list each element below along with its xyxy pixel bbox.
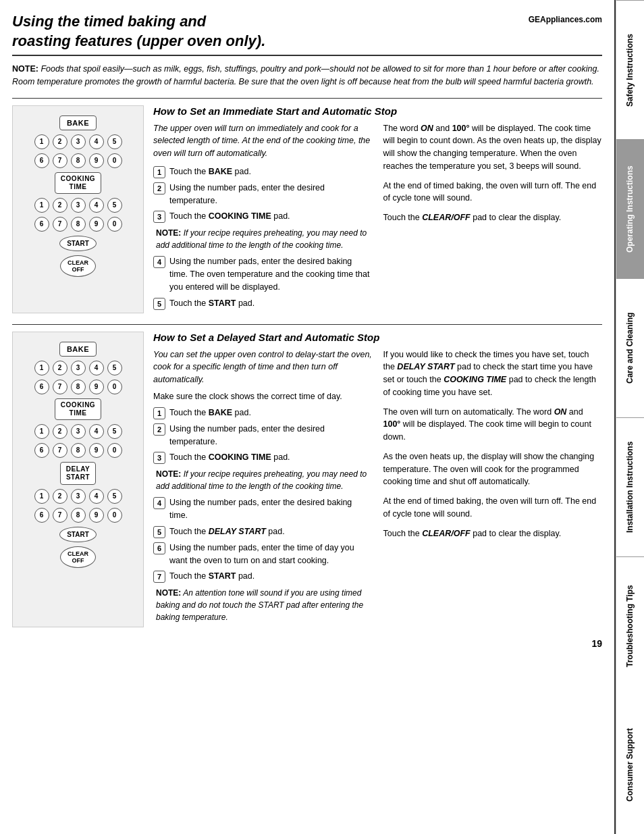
num-9b[interactable]: 9 [89, 217, 104, 232]
num-4d[interactable]: 4 [89, 424, 104, 439]
section2-intro: You can set the upper oven control to de… [153, 348, 373, 386]
right-text-2-3: As the oven heats up, the display will s… [383, 450, 603, 488]
num-0[interactable]: 0 [107, 153, 122, 168]
make-sure-text: Make sure the clock shows the correct ti… [153, 392, 373, 401]
num-5d[interactable]: 5 [107, 424, 122, 439]
note-text: Foods that spoil easily—such as milk, eg… [12, 64, 599, 86]
num-9[interactable]: 9 [89, 153, 104, 168]
num-3e[interactable]: 3 [71, 489, 86, 504]
num-7c[interactable]: 7 [53, 380, 68, 394]
num-4b[interactable]: 4 [89, 198, 104, 213]
num-9c[interactable]: 9 [89, 380, 104, 394]
step-text-2-6: Using the number pads, enter the time of… [169, 542, 373, 567]
num-2b[interactable]: 2 [53, 198, 68, 213]
clear-off-button-2[interactable]: CLEAROFF [60, 546, 96, 568]
step2-2: 2 Using the number pads, enter the desir… [153, 423, 373, 448]
num-row-1d: 6 7 8 9 0 [34, 217, 122, 232]
num-2c[interactable]: 2 [53, 361, 68, 375]
bake-pad-1[interactable]: BAKE [59, 115, 97, 130]
num-0b[interactable]: 0 [107, 217, 122, 232]
step-text-2-4: Using the number pads, enter the desired… [169, 496, 373, 522]
step1-1: 1 Touch the BAKE pad. [153, 165, 373, 178]
num-6e[interactable]: 6 [34, 508, 49, 523]
start-button-2[interactable]: START [59, 527, 97, 542]
step-num-2-1: 1 [153, 407, 165, 419]
section1: BAKE 1 2 3 4 5 6 7 8 9 0 COOKINGTIME [12, 105, 602, 313]
num-0c[interactable]: 0 [107, 380, 122, 394]
sidebar-care-cleaning[interactable]: Care and Cleaning [616, 278, 644, 417]
num-8e[interactable]: 8 [71, 508, 86, 523]
sidebar-consumer-support[interactable]: Consumer Support [616, 696, 644, 834]
num-5e[interactable]: 5 [107, 489, 122, 504]
sidebar-installation-instructions[interactable]: Installation Instructions [616, 417, 644, 556]
num-8b[interactable]: 8 [71, 217, 86, 232]
step-text-2-7: Touch the START pad. [169, 570, 373, 583]
step-text-1-2: Using the number pads, enter the desired… [169, 182, 373, 207]
cooking-time-label-1: COOKING TIME [209, 211, 271, 221]
num-9e[interactable]: 9 [89, 508, 104, 523]
clear-off-button-1[interactable]: CLEAROFF [60, 255, 96, 277]
right-text-2-1: If you would like to check the times you… [383, 348, 603, 399]
num-5[interactable]: 5 [107, 134, 122, 149]
start-label-2: START [209, 571, 236, 581]
num-6c[interactable]: 6 [34, 380, 49, 394]
sidebar-operating-instructions[interactable]: Operating Instructions [616, 139, 644, 278]
step-num-1-3: 3 [153, 211, 165, 223]
num-3c[interactable]: 3 [71, 361, 86, 375]
cooking-time-ref: COOKING TIME [444, 375, 506, 384]
num-0d[interactable]: 0 [107, 443, 122, 458]
right-text-1-3: Touch the CLEAR/OFF pad to clear the dis… [383, 211, 603, 224]
note-italic-1: If your recipe requires preheating, you … [156, 228, 367, 250]
num-7b[interactable]: 7 [53, 217, 68, 232]
num-3b[interactable]: 3 [71, 198, 86, 213]
num-7d[interactable]: 7 [53, 443, 68, 458]
num-4e[interactable]: 4 [89, 489, 104, 504]
num-8c[interactable]: 8 [71, 380, 86, 394]
num-1d[interactable]: 1 [34, 424, 49, 439]
num-7e[interactable]: 7 [53, 508, 68, 523]
num-7[interactable]: 7 [53, 153, 68, 168]
on-label-1: ON [421, 124, 433, 133]
num-row-1b: 6 7 8 9 0 [34, 153, 122, 168]
num-0e[interactable]: 0 [107, 508, 122, 523]
step-num-1-5: 5 [153, 298, 165, 310]
cooking-time-pad-1[interactable]: COOKINGTIME [55, 172, 101, 194]
num-1[interactable]: 1 [34, 134, 49, 149]
num-6b[interactable]: 6 [34, 217, 49, 232]
website: GEAppliances.com [529, 15, 602, 24]
step-text-2-1: Touch the BAKE pad. [169, 407, 373, 419]
num-9d[interactable]: 9 [89, 443, 104, 458]
instructions-col-2: How to Set a Delayed Start and Automatic… [153, 332, 602, 628]
num-row-2c: 1 2 3 4 5 [34, 424, 122, 439]
num-3d[interactable]: 3 [71, 424, 86, 439]
num-4[interactable]: 4 [89, 134, 104, 149]
num-6[interactable]: 6 [34, 153, 49, 168]
num-1b[interactable]: 1 [34, 198, 49, 213]
step-text-2-5: Touch the DELAY START pad. [169, 525, 373, 538]
sidebar-safety-instructions[interactable]: Safety Instructions [616, 0, 644, 139]
num-6d[interactable]: 6 [34, 443, 49, 458]
sidebar-troubleshooting-tips[interactable]: Troubleshooting Tips [616, 556, 644, 696]
step-text-1-5: Touch the START pad. [169, 297, 373, 310]
num-8d[interactable]: 8 [71, 443, 86, 458]
section2-divider [12, 324, 602, 325]
bake-pad-2[interactable]: BAKE [59, 342, 97, 357]
num-4c[interactable]: 4 [89, 361, 104, 375]
delay-start-pad[interactable]: DELAYSTART [60, 462, 96, 485]
on-label-2: ON [554, 407, 567, 417]
num-2d[interactable]: 2 [53, 424, 68, 439]
num-8[interactable]: 8 [71, 153, 86, 168]
num-5c[interactable]: 5 [107, 361, 122, 375]
right-text-2-2: The oven will turn on automatically. The… [383, 406, 603, 444]
page-header: Using the timed baking and roasting feat… [12, 12, 602, 56]
num-3[interactable]: 3 [71, 134, 86, 149]
num-1e[interactable]: 1 [34, 489, 49, 504]
num-2[interactable]: 2 [53, 134, 68, 149]
right-text-1-1: The word ON and 100° will be displayed. … [383, 122, 603, 173]
num-1c[interactable]: 1 [34, 361, 49, 375]
start-button-1[interactable]: START [59, 236, 97, 251]
num-5b[interactable]: 5 [107, 198, 122, 213]
num-2e[interactable]: 2 [53, 489, 68, 504]
cooking-time-pad-2[interactable]: COOKINGTIME [55, 398, 101, 420]
step2-7: 7 Touch the START pad. [153, 570, 373, 583]
